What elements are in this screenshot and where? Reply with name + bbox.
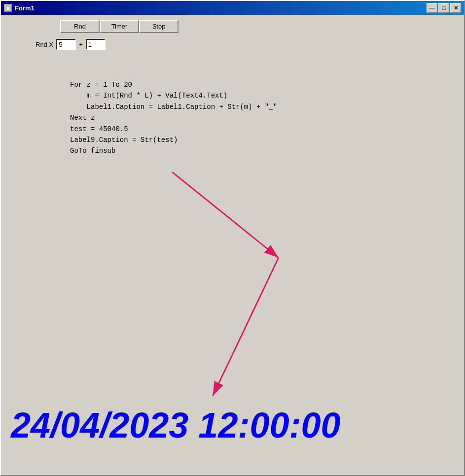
plus-label: + — [79, 41, 83, 48]
rnd-input1[interactable] — [56, 39, 76, 50]
code-line-6: Label9.Caption = Str(test) — [70, 135, 459, 145]
stop-button[interactable]: Stop — [139, 20, 179, 33]
code-line-2: m = Int(Rnd * L) + Val(Text4.Text) — [70, 90, 459, 101]
code-line-1: For z = 1 To 20 — [70, 79, 459, 90]
code-line-5: test = 45040.5 — [70, 124, 459, 135]
datetime-label: 24/04/2023 12:00:00 — [11, 405, 341, 445]
rnd-row: Rnd X + — [6, 39, 459, 50]
close-button[interactable]: ✕ — [450, 3, 461, 13]
rnd-input2[interactable] — [86, 39, 106, 50]
code-block: For z = 1 To 20 m = Int(Rnd * L) + Val(T… — [70, 79, 459, 157]
title-bar: ■ Form1 — □ ✕ — [1, 1, 464, 15]
title-bar-controls: — □ ✕ — [427, 3, 461, 13]
rnd-x-label: Rnd X — [36, 41, 53, 48]
window-icon: ■ — [4, 4, 12, 12]
code-line-7: GoTo finsub — [70, 145, 459, 156]
svg-line-1 — [172, 172, 279, 258]
svg-line-2 — [213, 258, 278, 396]
toolbar: Rnd Timer Stop — [6, 20, 459, 33]
timer-button[interactable]: Timer — [100, 20, 139, 33]
code-line-3: Label1.Caption = Label1.Caption + Str(m)… — [70, 102, 459, 112]
main-window: ■ Form1 — □ ✕ Rnd Timer Stop Rnd X + For… — [0, 0, 465, 476]
form-content: Rnd Timer Stop Rnd X + For z = 1 To 20 m… — [1, 15, 464, 475]
title-bar-left: ■ Form1 — [4, 4, 35, 12]
code-line-4: Next z — [70, 112, 459, 123]
rnd-button[interactable]: Rnd — [60, 20, 100, 33]
window-title: Form1 — [15, 4, 35, 12]
minimize-button[interactable]: — — [427, 3, 437, 13]
maximize-button[interactable]: □ — [438, 3, 449, 13]
